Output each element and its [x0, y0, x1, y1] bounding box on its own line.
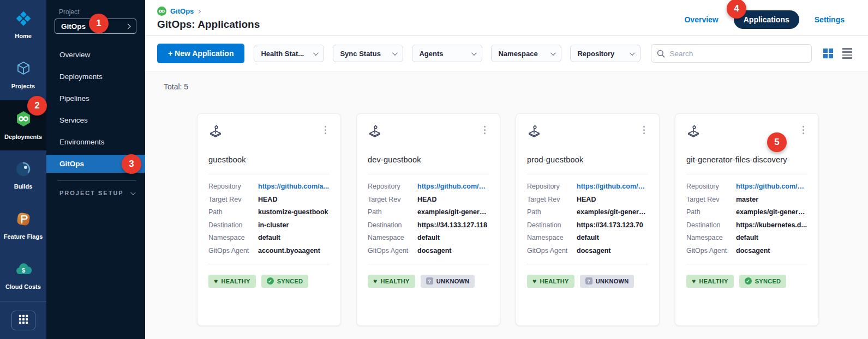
module-label: Deployments — [4, 134, 42, 141]
badge-label: SYNCED — [277, 278, 303, 284]
field-value: examples/git-genera... — [577, 208, 648, 216]
repository-link[interactable]: https://github.com/m... — [417, 183, 489, 190]
badge-label: UNKNOWN — [596, 278, 629, 284]
application-name: guestbook — [208, 155, 330, 164]
badge-label: UNKNOWN — [436, 278, 470, 284]
application-card[interactable]: dev-guestbookRepositoryhttps://github.co… — [356, 113, 500, 326]
filter-toolbar: + New Application Health Stat... Sync St… — [145, 36, 868, 71]
badge-label: HEALTHY — [699, 278, 728, 284]
chevron-down-icon — [550, 50, 556, 56]
field-label: Namespace — [368, 234, 417, 241]
nav-item-environments[interactable]: Environments — [46, 131, 145, 153]
search-input[interactable] — [669, 50, 806, 58]
agents-filter[interactable]: Agents — [412, 45, 482, 62]
new-application-button[interactable]: + New Application — [157, 44, 244, 63]
sidebar-item-projects[interactable]: Projects — [0, 50, 46, 100]
field-value: examples/git-genera... — [417, 208, 489, 216]
health-status-filter[interactable]: Health Stat... — [254, 45, 324, 62]
applications-area: Total: 5 guestbookRepositoryhttps://gith… — [145, 71, 868, 339]
chevron-down-icon — [630, 50, 635, 56]
project-menu: Overview Deployments Pipelines Services … — [46, 44, 145, 173]
field-value: default — [577, 234, 648, 241]
projects-icon — [15, 60, 32, 79]
nav-item-overview[interactable]: Overview — [46, 44, 145, 65]
field-row: Pathkustomize-guestbook — [208, 208, 330, 216]
repository-link[interactable]: https://github.com/m... — [736, 183, 807, 190]
breadcrumb-link-gitops[interactable]: GitOps — [170, 7, 194, 15]
field-label: Destination — [686, 221, 736, 229]
badge-label: SYNCED — [755, 278, 781, 284]
module-nav: Home Projects Deployments Builds Feature… — [0, 0, 46, 339]
repository-link[interactable]: https://github.com/a... — [258, 183, 330, 190]
total-count: Total: 5 — [164, 82, 188, 91]
chevron-down-icon — [471, 50, 477, 56]
field-label: GitOps Agent — [368, 247, 417, 255]
main-content: GitOps GitOps: Applications Overview App… — [145, 0, 868, 339]
field-label: Target Rev — [368, 196, 417, 203]
argo-application-icon — [208, 124, 223, 140]
home-icon — [15, 10, 32, 29]
annotation-badge-2: 2 — [27, 96, 47, 116]
kebab-menu-icon[interactable] — [481, 124, 489, 136]
field-value: in-cluster — [258, 221, 330, 229]
field-value: examples/git-genera... — [736, 208, 807, 216]
field-label: Namespace — [208, 234, 258, 241]
project-label: Project — [59, 8, 79, 16]
field-label: GitOps Agent — [686, 247, 736, 255]
chevron-down-icon — [313, 50, 319, 56]
field-row: GitOps Agentdocsagent — [686, 247, 807, 255]
application-card[interactable]: guestbookRepositoryhttps://github.com/a.… — [197, 113, 341, 326]
field-row: Target RevHEAD — [208, 196, 330, 203]
nav-item-services[interactable]: Services — [46, 109, 145, 131]
repository-filter[interactable]: Repository — [570, 45, 640, 62]
sidebar-item-builds[interactable]: Builds — [0, 150, 46, 201]
application-name: prod-guestbook — [527, 155, 648, 164]
field-row: Namespacedefault — [368, 234, 489, 241]
tab-settings[interactable]: Settings — [815, 15, 845, 24]
nav-item-deployments[interactable]: Deployments — [46, 65, 145, 87]
field-label: Destination — [208, 221, 258, 229]
kebab-menu-icon[interactable] — [321, 124, 330, 136]
tab-overview[interactable]: Overview — [684, 15, 718, 24]
field-row: Repositoryhttps://github.com/a... — [208, 183, 330, 190]
sync-status-filter[interactable]: Sync Status — [333, 45, 403, 62]
apps-grid-button[interactable] — [11, 311, 35, 330]
field-value: https://34.173.123.70 — [577, 221, 648, 229]
nav-item-pipelines[interactable]: Pipelines — [46, 87, 145, 109]
question-mark-icon: ? — [426, 277, 433, 284]
project-setup-toggle[interactable]: PROJECT SETUP — [59, 190, 134, 196]
grid-view-icon[interactable] — [823, 49, 833, 58]
field-label: Repository — [368, 183, 417, 190]
field-value: HEAD — [417, 196, 489, 203]
namespace-filter[interactable]: Namespace — [491, 45, 561, 62]
module-label: Projects — [11, 83, 35, 90]
field-value: master — [736, 196, 807, 203]
field-row: Repositoryhttps://github.com/m... — [686, 183, 807, 190]
field-row: Pathexamples/git-genera... — [527, 208, 648, 216]
application-card[interactable]: prod-guestbookRepositoryhttps://github.c… — [516, 113, 660, 326]
sidebar-item-home[interactable]: Home — [0, 0, 46, 50]
health-status-badge: ♥HEALTHY — [208, 275, 256, 288]
field-row: Namespacedefault — [208, 234, 330, 241]
sidebar-item-feature-flags[interactable]: Feature Flags — [0, 201, 46, 251]
heart-icon: ♥ — [214, 278, 218, 284]
kebab-menu-icon[interactable] — [640, 124, 648, 136]
field-label: Repository — [686, 183, 736, 190]
field-row: Repositoryhttps://github.com/m... — [527, 183, 648, 190]
application-cards-row: guestbookRepositoryhttps://github.com/a.… — [197, 113, 819, 326]
list-view-icon[interactable] — [842, 48, 852, 58]
repository-link[interactable]: https://github.com/m... — [577, 183, 648, 190]
badge-label: HEALTHY — [221, 278, 250, 284]
heart-icon: ♥ — [532, 278, 536, 284]
application-card[interactable]: git-generator-files-discoveryRepositoryh… — [675, 113, 819, 326]
rail-bottom — [0, 301, 46, 339]
kebab-menu-icon[interactable] — [799, 124, 807, 136]
field-label: Target Rev — [686, 196, 736, 203]
sync-status-badge: ?UNKNOWN — [580, 275, 634, 288]
sidebar-item-cloud-costs[interactable]: $ Cloud Costs — [0, 251, 46, 301]
sync-status-badge: ✓SYNCED — [261, 275, 309, 288]
field-label: Path — [368, 208, 417, 216]
field-row: Namespacedefault — [527, 234, 648, 241]
apps-grid-icon — [19, 314, 28, 326]
sync-status-badge: ?UNKNOWN — [421, 275, 475, 288]
